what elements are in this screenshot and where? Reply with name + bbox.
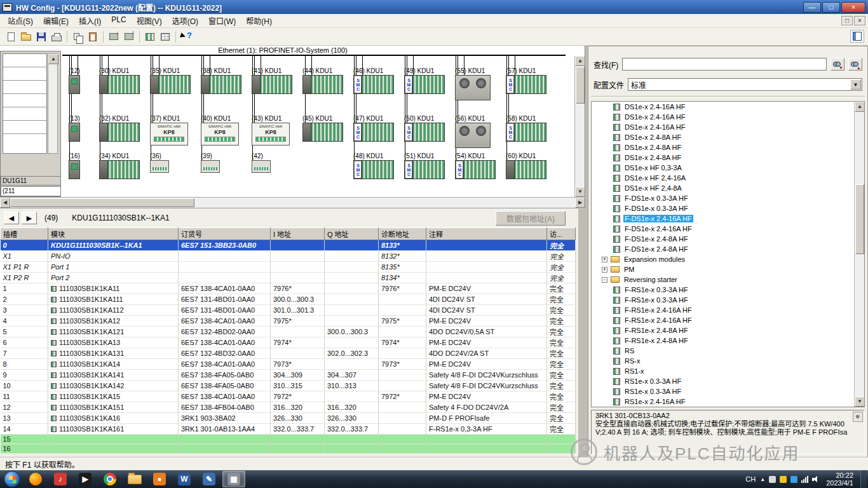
tree-item-1[interactable]: DS1e-x 2.4-16A HF — [592, 102, 864, 112]
slot-cell[interactable]: F-RS1e-x 0,3-3A HF — [426, 424, 547, 435]
station-50[interactable]: (50) KDU1SMC — [399, 115, 450, 148]
slot-cell[interactable]: 完全 — [547, 240, 576, 251]
network-vertical-scrollbar[interactable]: ▲ ▼ — [574, 56, 585, 197]
slot-cell[interactable] — [271, 327, 325, 337]
slot-cell[interactable]: 6ES7 138-4CA01-0AA0 — [179, 337, 271, 348]
slot-cell[interactable] — [325, 273, 379, 283]
slot-cell[interactable]: 332.0...333.7 — [271, 424, 325, 435]
slot-cell[interactable]: X1 — [1, 251, 48, 262]
slot-row-10[interactable]: 10111030SB1K1KA1426ES7 138-4FA05-0AB0310… — [1, 381, 576, 391]
slot-cell[interactable]: 7974* — [271, 337, 325, 348]
slot-cell[interactable]: 7972* — [271, 391, 325, 402]
taskbar-clock[interactable]: 20:22 2023/4/1 — [826, 471, 853, 487]
minimize-button[interactable]: — — [803, 2, 821, 13]
tree-item-10[interactable]: F-DS1e-x 0.3-3A HF — [592, 193, 864, 203]
slot-row-X1 P2 R[interactable]: X1 P2 RPort 28134*完全 — [1, 273, 576, 283]
background-scrollbar[interactable]: ▲ — [48, 53, 58, 154]
slot-row-14[interactable]: 14111030SB1K1KA1613RK1 301-0AB13-1AA4332… — [1, 424, 576, 435]
column-header-4[interactable]: I 地址 — [271, 228, 325, 240]
slot-cell[interactable]: 2 — [1, 294, 48, 305]
slot-cell[interactable]: 7972* — [379, 391, 426, 402]
tree-item-14[interactable]: F-DS1e-x 2.4-8A HF — [592, 234, 864, 244]
slot-cell[interactable]: 111030SB1K1KA142 — [48, 381, 179, 391]
station-55[interactable]: (55) KDU1 — [450, 67, 501, 100]
slot-cell[interactable]: 完全 — [547, 283, 576, 294]
expand-expander-icon[interactable]: + — [602, 267, 607, 273]
column-header-7[interactable]: 注释 — [426, 228, 547, 240]
menu-item-1[interactable]: 站点(S) — [3, 14, 38, 27]
tree-item-12[interactable]: F-DS1e-x 2.4-16A HF — [592, 214, 864, 224]
slot-cell[interactable] — [379, 294, 426, 305]
station-40[interactable]: (40) KDU1SIMATIC HMIKP8 — [196, 115, 247, 148]
slot-cell[interactable]: X1 P2 R — [1, 273, 48, 283]
profile-dropdown[interactable]: 标准 ▼ — [628, 78, 862, 91]
slot-cell[interactable]: 7976* — [271, 283, 325, 294]
notify-icon-3[interactable] — [790, 476, 797, 483]
tree-item-17[interactable]: +PM — [592, 264, 864, 274]
slot-cell[interactable]: 111030SB1K1KA131 — [48, 348, 179, 359]
menu-item-7[interactable]: 窗口(W) — [203, 14, 241, 27]
scroll-thumb[interactable] — [10, 198, 194, 207]
tree-item-2[interactable]: DS1e-x 2.4-16A HF — [592, 112, 864, 122]
column-header-6[interactable]: 诊断地址 — [379, 228, 426, 240]
slot-cell[interactable] — [379, 402, 426, 413]
slot-cell[interactable]: 完全 — [547, 413, 576, 424]
slot-row-7[interactable]: 7111030SB1K1KA1316ES7 132-4BD32-0AA0302.… — [1, 348, 576, 359]
show-desktop-button[interactable] — [860, 470, 867, 488]
station-49[interactable]: (49) KDU1SMC — [399, 67, 450, 100]
tree-item-11[interactable]: F-DS1e-x 0.3-3A HF — [592, 203, 864, 214]
slot-row-11[interactable]: 11111030SB1K1KA156ES7 138-4CA01-0AA07972… — [1, 391, 576, 402]
slot-cell[interactable] — [426, 251, 547, 262]
file-explorer-icon[interactable] — [123, 471, 146, 487]
slot-cell[interactable] — [325, 305, 379, 316]
station-41[interactable]: (41) KDU1 — [247, 67, 297, 100]
slot-cell[interactable] — [325, 240, 379, 251]
new-station-button[interactable] — [3, 30, 18, 44]
slot-cell[interactable] — [325, 444, 379, 454]
slot-cell[interactable] — [426, 240, 547, 251]
slot-cell[interactable]: Port 1 — [48, 262, 179, 273]
tree-item-19[interactable]: F-RS1e-x 0.3-3A HF — [592, 285, 864, 295]
catalog-button[interactable] — [142, 30, 158, 44]
hidden-icons-chevron[interactable]: ▲ — [760, 477, 765, 482]
slot-cell[interactable]: 304...307 — [325, 370, 379, 381]
menu-item-3[interactable]: 插入(I) — [74, 14, 106, 27]
find-previous-button[interactable]: ▲ — [848, 58, 862, 71]
slot-row-4[interactable]: 4111030SB1K1KA126ES7 138-4CA01-0AA07975*… — [1, 316, 576, 327]
slot-cell[interactable]: 111030SB1K1KA151 — [48, 402, 179, 413]
notes-app-icon[interactable]: ✎ — [198, 471, 220, 487]
station-12[interactable]: (12) — [64, 67, 94, 100]
slot-cell[interactable]: 0 — [1, 240, 48, 251]
slot-cell[interactable]: 111030SB1K1KA121 — [48, 327, 179, 337]
slot-cell[interactable]: 8132* — [379, 251, 426, 262]
tree-item-28[interactable]: RS1e-x 0.3-3A HF — [592, 376, 864, 386]
slot-cell[interactable]: 111030SB1K1KA14 — [48, 359, 179, 370]
station-54[interactable]: (54) KDU1SMC — [450, 152, 501, 179]
mdi-restore-button[interactable]: □ — [841, 16, 853, 25]
slot-row-8[interactable]: 8111030SB1K1KA146ES7 138-4CA01-0AA07973*… — [1, 359, 576, 370]
tree-item-18[interactable]: -Reversing starter — [592, 274, 864, 285]
close-button[interactable]: × — [841, 2, 865, 13]
slot-cell[interactable]: 300.0...300.3 — [325, 327, 379, 337]
tree-item-25[interactable]: RS — [592, 346, 864, 356]
slot-cell[interactable]: 完全 — [547, 370, 576, 381]
slot-cell[interactable]: 完全 — [547, 327, 576, 337]
tree-item-21[interactable]: F-RS1e-x 2.4-16A HF — [592, 305, 864, 315]
chevron-down-icon[interactable]: ▼ — [850, 79, 861, 90]
slot-cell[interactable]: 7975* — [271, 316, 325, 327]
slot-cell[interactable] — [325, 359, 379, 370]
slot-cell[interactable]: 7973* — [271, 359, 325, 370]
slot-cell[interactable]: 316...320 — [271, 402, 325, 413]
list-item[interactable] — [3, 81, 46, 94]
menu-item-5[interactable]: 视图(V) — [132, 14, 167, 27]
slot-cell[interactable]: 3RK1 903-3BA02 — [179, 413, 271, 424]
slot-cell[interactable] — [426, 262, 547, 273]
slot-cell[interactable]: 完全 — [547, 294, 576, 305]
firefox-icon[interactable] — [24, 471, 47, 487]
tree-item-9[interactable]: DS1e-x HF 2,4-8A — [592, 183, 864, 193]
slot-cell[interactable]: 12 — [1, 402, 48, 413]
slot-cell[interactable]: 6ES7 131-4BD01-0AA0 — [179, 294, 271, 305]
slot-cell[interactable] — [426, 444, 547, 454]
tree-item-20[interactable]: F-RS1e-x 0.3-3A HF — [592, 295, 864, 305]
slot-cell[interactable] — [547, 435, 576, 444]
